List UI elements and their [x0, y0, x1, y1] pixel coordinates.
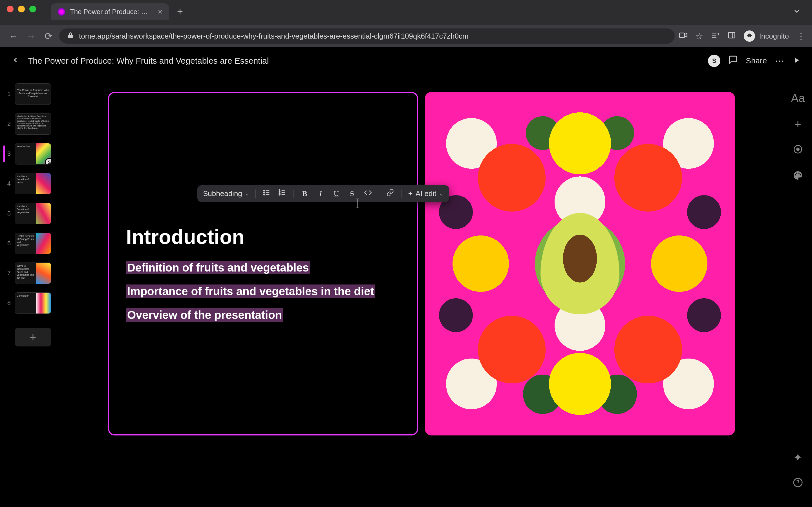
add-slide-button[interactable]: + [15, 328, 51, 346]
svg-point-4 [797, 148, 799, 151]
browser-right-icons: ☆ Incognito ⋮ [679, 31, 805, 42]
camera-icon[interactable] [679, 31, 688, 42]
subheading-line-1[interactable]: Definition of fruits and vegetables [126, 261, 310, 274]
tabs-dropdown-icon[interactable] [793, 7, 801, 16]
window-controls [0, 0, 43, 12]
svg-point-10 [264, 194, 265, 195]
slide-thumb-2[interactable]: 2 Introduction Nutritional Benefits of F… [5, 113, 54, 135]
bullet-list-icon[interactable] [262, 189, 271, 199]
app-back-icon[interactable] [11, 55, 20, 67]
tab-strip: The Power of Produce: Why Fr × + [0, 0, 812, 20]
browser-tab[interactable]: The Power of Produce: Why Fr × [51, 3, 169, 20]
slide-thumb-4[interactable]: 4 Nutritional Benefits of Fruits [5, 173, 54, 194]
ai-edit-button[interactable]: ✦ AI edit ⌄ [408, 189, 444, 198]
workspace: 1 The Power of Produce: Why Fruits and V… [0, 75, 812, 507]
slide-heading[interactable]: Introduction [126, 225, 400, 248]
present-button[interactable] [792, 56, 801, 66]
slide-thumb-3[interactable]: 3 Introduction S [5, 143, 54, 165]
url-text: tome.app/sarahsworkspace/the-power-of-pr… [79, 32, 667, 41]
lock-icon [67, 32, 74, 41]
reload-button[interactable]: ⟳ [42, 31, 55, 42]
url-bar: ← → ⟳ tome.app/sarahsworkspace/the-power… [0, 25, 812, 47]
tab-title: The Power of Produce: Why Fr [70, 8, 153, 16]
svg-rect-1 [728, 33, 735, 38]
slide-thumb-7[interactable]: 7 Ways to Incorporate Fruits and Vegetab… [5, 263, 54, 284]
underline-icon[interactable]: U [332, 189, 341, 198]
svg-point-6 [264, 190, 265, 191]
bookmark-star-icon[interactable]: ☆ [696, 31, 703, 41]
back-button[interactable]: ← [7, 31, 20, 42]
add-tile-icon[interactable]: + [795, 118, 801, 131]
window-close-button[interactable] [7, 6, 13, 12]
text-style-icon[interactable]: Aa [791, 92, 805, 105]
svg-text:3: 3 [279, 193, 280, 196]
numbered-list-icon[interactable]: 123 [278, 189, 287, 199]
new-tab-button[interactable]: + [177, 6, 183, 18]
address-bar[interactable]: tome.app/sarahsworkspace/the-power-of-pr… [59, 29, 675, 44]
slide-thumb-6[interactable]: 6 Health Benefits of Eating Fruits and V… [5, 233, 54, 254]
text-caret-icon [355, 198, 356, 209]
window-maximize-button[interactable] [29, 6, 36, 12]
text-tile[interactable]: Introduction Definition of fruits and ve… [108, 92, 418, 436]
browser-chrome: The Power of Produce: Why Fr × + [0, 0, 812, 25]
italic-icon[interactable]: I [316, 189, 325, 198]
slide-thumb-5[interactable]: 5 Nutritional Benefits of Vegetables [5, 203, 54, 224]
code-icon[interactable] [363, 189, 373, 199]
kebab-menu-icon[interactable]: ⋮ [797, 31, 805, 41]
slide-canvas: Introduction Definition of fruits and ve… [59, 75, 784, 507]
share-button[interactable]: Share [746, 56, 767, 65]
slide-thumbnail-rail: 1 The Power of Produce: Why Fruits and V… [0, 75, 59, 507]
side-panel-icon[interactable] [727, 31, 736, 41]
slide-thumb-8[interactable]: 8 Conclusion [5, 292, 54, 314]
comments-icon[interactable] [728, 55, 738, 67]
reading-list-icon[interactable] [711, 31, 719, 41]
window-minimize-button[interactable] [18, 6, 25, 12]
chevron-down-icon: ⌄ [439, 191, 444, 197]
more-menu-icon[interactable]: ⋯ [775, 55, 784, 66]
text-formatting-toolbar: Subheading ⌄ 123 B I U S ✦ AI edit ⌄ [197, 185, 449, 202]
slide-thumb-1[interactable]: 1 The Power of Produce: Why Fruits and V… [5, 83, 54, 105]
app-header: The Power of Produce: Why Fruits and Veg… [0, 47, 812, 75]
sparkle-icon: ✦ [408, 190, 413, 198]
text-style-dropdown[interactable]: Subheading ⌄ [203, 189, 249, 198]
forward-button[interactable]: → [24, 31, 38, 42]
subheading-line-3[interactable]: Overview of the presentation [126, 308, 283, 322]
record-icon[interactable] [793, 144, 803, 157]
tome-favicon-icon [57, 8, 65, 16]
link-icon[interactable] [386, 189, 395, 199]
close-tab-icon[interactable]: × [158, 7, 162, 16]
chevron-down-icon: ⌄ [245, 191, 249, 197]
right-tool-rail: Aa + ✦ [784, 75, 812, 507]
incognito-icon [744, 31, 755, 42]
user-avatar[interactable]: S [708, 55, 720, 67]
incognito-badge[interactable]: Incognito [744, 31, 789, 42]
subheading-line-2[interactable]: Importance of fruits and vegetables in t… [126, 284, 375, 298]
strikethrough-icon[interactable]: S [347, 189, 357, 198]
ai-sparkle-icon[interactable]: ✦ [793, 451, 803, 464]
svg-rect-0 [679, 33, 685, 38]
incognito-label: Incognito [759, 32, 789, 41]
document-title[interactable]: The Power of Produce: Why Fruits and Veg… [28, 56, 269, 66]
produce-illustration [541, 213, 619, 314]
image-tile[interactable] [425, 92, 735, 436]
help-icon[interactable] [793, 477, 803, 490]
theme-icon[interactable] [793, 170, 803, 183]
bold-icon[interactable]: B [300, 189, 310, 198]
svg-point-8 [264, 192, 265, 193]
